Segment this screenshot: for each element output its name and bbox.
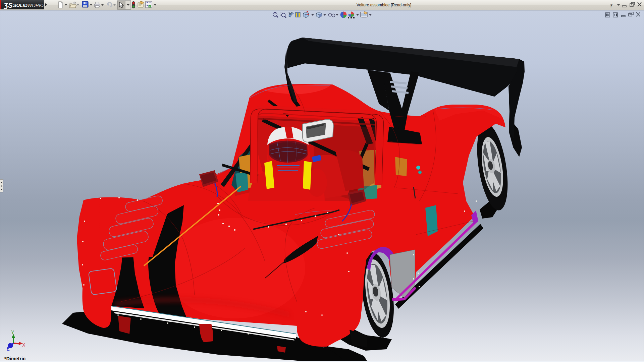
svg-text:X: X (22, 342, 25, 348)
svg-text:Y: Y (11, 329, 14, 335)
svg-text:Z: Z (7, 346, 10, 352)
